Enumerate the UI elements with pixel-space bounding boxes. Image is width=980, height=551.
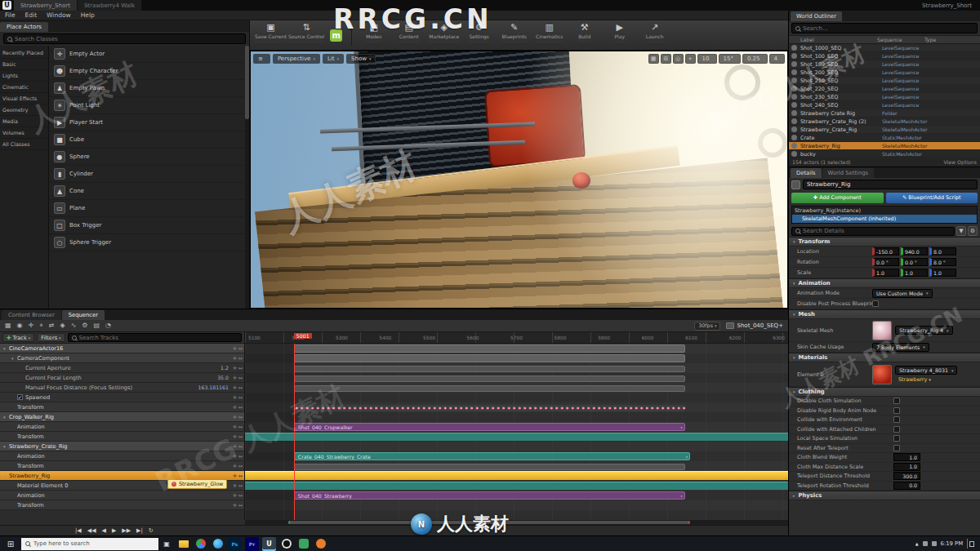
details-search[interactable] (791, 227, 955, 236)
add-key-icon[interactable]: ✛ (233, 433, 237, 439)
place-actors-tab[interactable]: Place Actors (0, 22, 48, 32)
toolbar-button[interactable]: ▣ Save Current (253, 22, 288, 49)
taskbar-app-icon[interactable]: Ps (228, 537, 242, 551)
track-search[interactable] (68, 333, 242, 342)
track-row[interactable]: Manual Focus Distance (Focus Settings) 1… (0, 383, 244, 393)
track-row[interactable]: Transform ✛↔ (0, 432, 244, 442)
place-category[interactable]: Recently Placed (0, 47, 48, 59)
show-dropdown[interactable]: Show (346, 54, 376, 64)
window-tab-inactive[interactable]: Strawberry4 Walk (78, 0, 142, 11)
visibility-eye-icon[interactable] (791, 45, 797, 51)
transform-keyframes[interactable] (294, 405, 685, 411)
track-controls-icons[interactable]: ✛↔ (233, 473, 243, 478)
visibility-eye-icon[interactable] (791, 118, 797, 124)
place-actor-item[interactable]: ✛ Empty Actor (49, 46, 249, 63)
timeline-ruler[interactable]: 5001 51005200530054005500560057005800590… (245, 332, 788, 343)
place-category[interactable]: Lights (0, 70, 48, 82)
clothing-value-field[interactable]: 1.0 (893, 463, 920, 471)
track-controls-icons[interactable]: ✛↔ (233, 502, 243, 508)
place-category[interactable]: Media (0, 116, 48, 127)
taskbar-app-icon[interactable] (296, 537, 310, 551)
viewport-tool-icon[interactable]: ⊞ (661, 54, 671, 64)
visibility-eye-icon[interactable] (791, 53, 797, 59)
transport-button[interactable]: ▶ (112, 527, 116, 534)
location-y-field[interactable]: 940.0 (901, 247, 928, 256)
toolbar-button[interactable]: ⚙ Settings (461, 22, 497, 49)
add-key-icon[interactable]: ✛ (233, 482, 237, 488)
perspective-dropdown[interactable]: Perspective (273, 54, 320, 64)
clothing-checkbox[interactable] (893, 445, 900, 451)
section-materials[interactable]: Materials (789, 353, 980, 362)
outliner-row[interactable]: Shot_210_SEQ LevelSequence (789, 77, 980, 85)
viewport-tool-icon[interactable]: ▦ (648, 54, 659, 64)
sequencer-tool-icon[interactable]: ◔ (105, 322, 111, 330)
material-value-combo[interactable]: Strawberry_Glow (167, 479, 227, 489)
add-key-icon[interactable]: ✛ (233, 492, 237, 498)
track-row[interactable]: Transform ✛↔ (0, 402, 244, 412)
section-animation[interactable]: Animation (789, 278, 980, 288)
place-actor-item[interactable]: ▭ Plane (49, 200, 249, 217)
outliner-row[interactable]: Shot_180_SEQ LevelSequence (789, 60, 980, 69)
outliner-row[interactable]: Shot_100_SEQ LevelSequence (789, 52, 980, 60)
strawberry-anim-clip[interactable]: Shot_040_Strawberry (294, 491, 685, 500)
add-key-icon[interactable]: ✛ (233, 404, 237, 410)
visibility-eye-icon[interactable] (791, 61, 797, 67)
add-key-icon[interactable]: ✛ (233, 355, 237, 361)
place-actor-item[interactable]: ▲ Cone (49, 183, 249, 200)
toolbar-button[interactable]: ▤ Content (391, 22, 426, 49)
clothing-checkbox[interactable] (893, 398, 900, 404)
add-key-icon[interactable]: ✛ (233, 384, 237, 390)
track-row[interactable]: Animation ✛↔ (0, 451, 244, 461)
taskbar-app-icon[interactable] (176, 537, 190, 551)
settings-gear-icon[interactable]: ⚙ (968, 226, 978, 236)
focus-distance-bar[interactable] (294, 385, 685, 392)
toolbar-button[interactable]: ↗ Launch (637, 22, 672, 49)
current-frame-label[interactable]: 5001 (294, 333, 312, 339)
clothing-value-field[interactable]: 300.0 (893, 472, 920, 480)
grid-snap-value[interactable]: 10 (697, 54, 717, 64)
filters-button[interactable]: Filters (37, 333, 65, 342)
visibility-eye-icon[interactable] (791, 135, 797, 140)
place-actor-item[interactable]: ☀ Point Light (49, 97, 249, 114)
outliner-row[interactable]: Shot_1000_SEQ LevelSequence (789, 44, 980, 52)
transport-button[interactable]: ▶▶ (122, 527, 131, 534)
nav-keys-icon[interactable]: ↔ (238, 345, 243, 351)
visibility-eye-icon[interactable] (791, 102, 797, 108)
visibility-eye-icon[interactable] (791, 69, 797, 75)
clothing-checkbox[interactable] (893, 407, 900, 414)
add-key-icon[interactable]: ✛ (233, 443, 237, 449)
visibility-eye-icon[interactable] (791, 86, 797, 91)
add-key-icon[interactable]: ✛ (233, 394, 237, 400)
visibility-eye-icon[interactable] (791, 78, 797, 83)
filter-icon[interactable]: ▼ (956, 226, 966, 236)
sequencer-tool-icon[interactable]: ✛ (29, 322, 34, 330)
menu-item[interactable]: Edit (25, 11, 38, 19)
outliner-row[interactable]: Strawberry Crate Rig Folder (789, 109, 980, 118)
menu-item[interactable]: Window (47, 11, 71, 19)
mixamo-icon[interactable]: m (330, 29, 342, 42)
nav-keys-icon[interactable]: ↔ (238, 453, 243, 459)
add-key-icon[interactable]: ✛ (233, 365, 237, 371)
scale-snap-value[interactable]: 0.25 (742, 54, 768, 64)
place-actor-item[interactable]: □ Box Trigger (49, 217, 249, 234)
track-controls-icons[interactable]: ✛↔ (233, 404, 243, 410)
section-physics[interactable]: Physics (789, 491, 980, 500)
material-track-bar[interactable] (245, 482, 788, 490)
timeline-scrollbar[interactable] (245, 520, 788, 525)
toolbar-button[interactable]: ⇅ Source Control (288, 22, 324, 49)
scrollbar-thumb[interactable] (245, 46, 249, 119)
scale-y-field[interactable]: 1.0 (901, 269, 928, 277)
track-row[interactable]: Spawned ✛↔ (0, 393, 244, 402)
place-actor-item[interactable]: ☻ Empty Character (49, 63, 249, 80)
add-key-icon[interactable]: ✛ (233, 414, 237, 420)
nav-keys-icon[interactable]: ↔ (238, 502, 243, 508)
transport-button[interactable]: ◀ (102, 527, 106, 534)
taskbar-app-icon[interactable] (279, 537, 293, 551)
skeletal-mesh-thumbnail[interactable] (872, 321, 892, 340)
track-row[interactable]: CameraComponent ✛↔ (0, 353, 244, 363)
nav-keys-icon[interactable]: ↔ (238, 375, 243, 380)
place-actor-item[interactable]: ● Sphere (49, 149, 249, 166)
scale-z-field[interactable]: 1.0 (929, 269, 956, 277)
location-x-field[interactable]: -150.0 (872, 247, 899, 256)
clothing-value-field[interactable]: 0.0 (893, 482, 920, 490)
